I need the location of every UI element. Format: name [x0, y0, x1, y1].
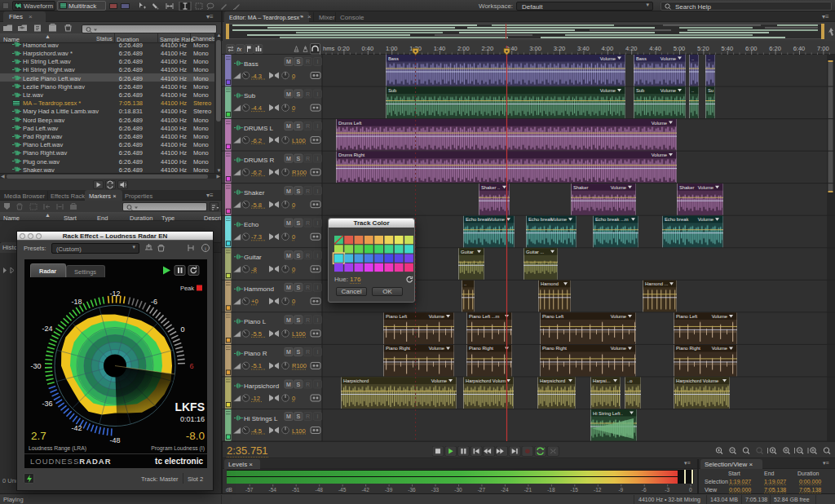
- svg-text:Volume: Volume: [600, 88, 616, 93]
- svg-text:Piano Left: Piano Left: [542, 314, 563, 319]
- svg-text:L100: L100: [292, 330, 306, 338]
- svg-text:M: M: [286, 413, 291, 419]
- svg-text:0: 0: [292, 395, 295, 402]
- svg-text:Volume: Volume: [698, 185, 714, 190]
- svg-text:M: M: [286, 220, 291, 226]
- svg-text:Su: Su: [708, 88, 714, 93]
- svg-text:..o: ..o: [627, 378, 632, 383]
- svg-text:Drums Left: Drums Left: [338, 121, 362, 126]
- svg-text:Bass: Bass: [388, 56, 399, 61]
- svg-text:Volume: Volume: [660, 88, 676, 93]
- svg-text:LKFS: LKFS: [175, 400, 205, 413]
- svg-text:0: 0: [292, 298, 295, 305]
- svg-text:Shaker: Shaker: [573, 185, 588, 190]
- svg-text:-30: -30: [30, 362, 41, 370]
- svg-text:-54: -54: [268, 487, 276, 493]
- svg-text:Loudness Range (LRA): Loudness Range (LRA): [29, 445, 86, 452]
- svg-text:Drums Right: Drums Right: [338, 153, 365, 157]
- svg-text:M: M: [286, 91, 291, 97]
- svg-text:Harpsichord: Harpsichord: [244, 382, 279, 390]
- svg-text:-30: -30: [454, 487, 462, 493]
- svg-text:M: M: [286, 156, 291, 161]
- svg-text:R: R: [306, 285, 310, 290]
- svg-text:Volume: Volume: [489, 217, 505, 222]
- svg-text:S: S: [296, 59, 300, 64]
- svg-text:2.7: 2.7: [31, 430, 46, 442]
- svg-text:Piano Right: Piano Right: [542, 346, 567, 351]
- svg-text:Shaker: Shaker: [679, 185, 694, 190]
- svg-text:R: R: [306, 91, 310, 97]
- svg-text:-12: -12: [109, 290, 120, 298]
- svg-text:Volume: Volume: [712, 346, 727, 351]
- svg-text:fx: fx: [237, 46, 242, 53]
- svg-text:Harpsichord: Harpsichord: [540, 378, 565, 383]
- svg-text:Hamond ...: Hamond ...: [645, 281, 669, 286]
- svg-text:0: 0: [180, 325, 184, 334]
- svg-text:Sub: Sub: [244, 92, 256, 99]
- svg-text:Piano Right: Piano Right: [469, 346, 493, 351]
- svg-text:Volume: Volume: [429, 314, 444, 319]
- svg-text:S: S: [296, 220, 300, 226]
- svg-text:I: I: [316, 382, 318, 387]
- svg-text:I: I: [316, 220, 318, 226]
- svg-text:Piano R: Piano R: [244, 350, 267, 357]
- svg-text:0: 0: [689, 487, 692, 493]
- svg-text:I: I: [316, 285, 318, 290]
- svg-text:-42: -42: [361, 487, 369, 493]
- svg-text:0: 0: [292, 233, 295, 241]
- svg-text:L100: L100: [292, 137, 306, 144]
- svg-text:S: S: [296, 253, 300, 259]
- svg-text:R: R: [306, 188, 310, 194]
- svg-text:S: S: [296, 413, 300, 419]
- svg-text:0: 0: [292, 104, 295, 112]
- svg-text:I: I: [316, 253, 318, 259]
- svg-text:R: R: [306, 220, 310, 226]
- svg-text:Echo break ...m: Echo break ...m: [595, 217, 629, 222]
- svg-text:Volume: Volume: [551, 217, 567, 222]
- svg-text:..: ..: [464, 281, 467, 286]
- svg-text:hms: hms: [323, 45, 334, 52]
- svg-text:S: S: [296, 285, 300, 290]
- svg-text:0: 0: [292, 73, 295, 80]
- svg-text:I: I: [316, 59, 318, 64]
- svg-text:6: 6: [189, 362, 193, 370]
- svg-text:L100: L100: [292, 427, 306, 435]
- svg-text:-3: -3: [665, 487, 669, 493]
- svg-text:Peak: Peak: [180, 285, 194, 292]
- svg-text:Volume: Volume: [429, 346, 444, 351]
- svg-text:Hi String Left .: Hi String Left .: [593, 411, 623, 416]
- svg-text:-15: -15: [571, 487, 579, 493]
- svg-text:Echo break: Echo break: [466, 217, 489, 222]
- svg-text:LOUDNESSRADAR: LOUDNESSRADAR: [30, 457, 112, 466]
- svg-text:S: S: [296, 349, 300, 355]
- svg-text:Guitar: Guitar: [244, 254, 262, 261]
- svg-text:M: M: [286, 123, 291, 129]
- svg-text:R: R: [306, 59, 310, 64]
- svg-text:S: S: [296, 382, 300, 387]
- svg-text:S: S: [296, 91, 300, 97]
- svg-text:Piano L: Piano L: [244, 318, 267, 325]
- svg-text:-21: -21: [524, 487, 532, 493]
- svg-text:-45: -45: [338, 487, 347, 493]
- svg-text:Echo break: Echo break: [665, 217, 688, 222]
- svg-text:-24: -24: [42, 325, 52, 333]
- svg-text:Guitar ...: Guitar ...: [526, 250, 545, 254]
- svg-text:I: I: [316, 188, 318, 194]
- svg-text:-7.3: -7.3: [251, 233, 262, 241]
- svg-text:0:01:16: 0:01:16: [180, 415, 205, 423]
- svg-text:..: ..: [708, 56, 711, 61]
- svg-text:Bass: Bass: [244, 60, 258, 68]
- svg-text:Sub: Sub: [636, 88, 644, 93]
- svg-text:R: R: [306, 349, 310, 355]
- svg-text:Piano Right: Piano Right: [386, 346, 410, 351]
- svg-text:-5.1: -5.1: [251, 362, 262, 369]
- svg-text:DRUMS R: DRUMS R: [244, 157, 275, 164]
- svg-text:-6: -6: [151, 298, 157, 306]
- svg-text:R100: R100: [292, 362, 307, 369]
- svg-text:M: M: [286, 285, 291, 290]
- svg-text:S: S: [296, 123, 300, 129]
- svg-text:Echo: Echo: [244, 221, 259, 228]
- svg-text:-27: -27: [478, 487, 486, 493]
- svg-text:S: S: [296, 317, 300, 323]
- svg-text:-18: -18: [71, 298, 82, 306]
